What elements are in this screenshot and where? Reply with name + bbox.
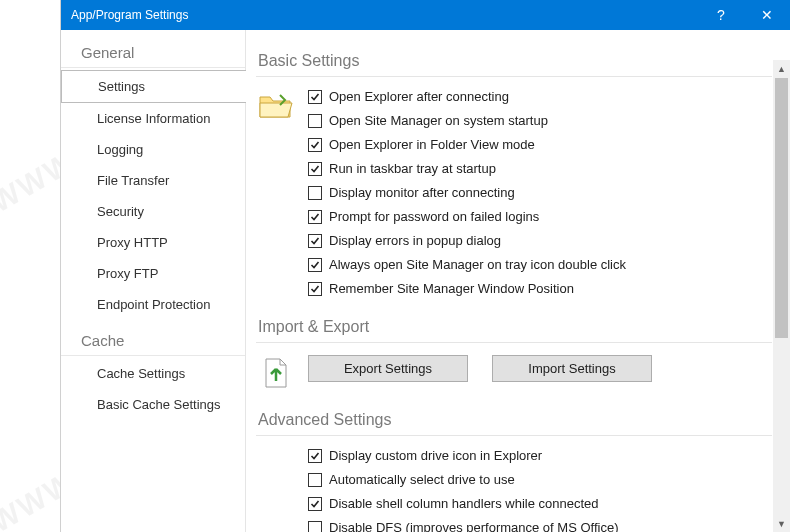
sidebar: General Settings License Information Log… bbox=[61, 30, 246, 532]
option-label: Always open Site Manager on tray icon do… bbox=[329, 257, 626, 272]
option-row: Prompt for password on failed logins bbox=[308, 209, 772, 224]
option-label: Open Explorer after connecting bbox=[329, 89, 509, 104]
option-label: Disable DFS (improves performance of MS … bbox=[329, 520, 618, 532]
content-area: General Settings License Information Log… bbox=[61, 30, 790, 532]
option-label: Remember Site Manager Window Position bbox=[329, 281, 574, 296]
option-label: Display monitor after connecting bbox=[329, 185, 515, 200]
scroll-thumb[interactable] bbox=[775, 78, 788, 338]
sidebar-item-settings[interactable]: Settings bbox=[61, 70, 246, 103]
checkbox[interactable] bbox=[308, 521, 322, 533]
checkbox[interactable] bbox=[308, 497, 322, 511]
sidebar-item-cache-settings[interactable]: Cache Settings bbox=[61, 358, 245, 389]
option-row: Disable DFS (improves performance of MS … bbox=[308, 520, 772, 532]
option-row: Open Explorer in Folder View mode bbox=[308, 137, 772, 152]
advanced-icon-spacer bbox=[256, 448, 296, 450]
option-row: Open Explorer after connecting bbox=[308, 89, 772, 104]
group-title-basic: Basic Settings bbox=[256, 48, 772, 77]
group-title-advanced: Advanced Settings bbox=[256, 407, 772, 436]
sidebar-item-basic-cache-settings[interactable]: Basic Cache Settings bbox=[61, 389, 245, 420]
main-panel: Basic Settings Open Explorer after conne… bbox=[246, 30, 790, 532]
checkbox[interactable] bbox=[308, 210, 322, 224]
option-label: Automatically select drive to use bbox=[329, 472, 515, 487]
vertical-scrollbar[interactable]: ▲ ▼ bbox=[773, 60, 790, 532]
checkbox[interactable] bbox=[308, 473, 322, 487]
option-label: Display errors in popup dialog bbox=[329, 233, 501, 248]
advanced-settings-body: Display custom drive icon in ExplorerAut… bbox=[256, 448, 772, 532]
document-arrow-icon bbox=[256, 355, 296, 389]
settings-window: App/Program Settings ? ✕ General Setting… bbox=[60, 0, 790, 532]
option-label: Display custom drive icon in Explorer bbox=[329, 448, 542, 463]
checkbox[interactable] bbox=[308, 162, 322, 176]
titlebar: App/Program Settings ? ✕ bbox=[61, 0, 790, 30]
import-settings-button[interactable]: Import Settings bbox=[492, 355, 652, 382]
window-title: App/Program Settings bbox=[71, 8, 698, 22]
option-row: Display custom drive icon in Explorer bbox=[308, 448, 772, 463]
option-row: Display errors in popup dialog bbox=[308, 233, 772, 248]
option-row: Automatically select drive to use bbox=[308, 472, 772, 487]
option-label: Prompt for password on failed logins bbox=[329, 209, 539, 224]
option-label: Open Explorer in Folder View mode bbox=[329, 137, 535, 152]
checkbox[interactable] bbox=[308, 90, 322, 104]
sidebar-item-file-transfer[interactable]: File Transfer bbox=[61, 165, 245, 196]
checkbox[interactable] bbox=[308, 138, 322, 152]
import-export-body: Export Settings Import Settings bbox=[256, 355, 772, 389]
option-row: Always open Site Manager on tray icon do… bbox=[308, 257, 772, 272]
sidebar-section-cache: Cache bbox=[61, 326, 245, 356]
folder-icon bbox=[256, 89, 296, 121]
checkbox[interactable] bbox=[308, 186, 322, 200]
checkbox[interactable] bbox=[308, 114, 322, 128]
scroll-down-arrow-icon[interactable]: ▼ bbox=[773, 515, 790, 532]
help-button[interactable]: ? bbox=[698, 0, 744, 30]
sidebar-item-proxy-ftp[interactable]: Proxy FTP bbox=[61, 258, 245, 289]
checkbox[interactable] bbox=[308, 282, 322, 296]
export-settings-button[interactable]: Export Settings bbox=[308, 355, 468, 382]
option-label: Open Site Manager on system startup bbox=[329, 113, 548, 128]
group-title-import-export: Import & Export bbox=[256, 314, 772, 343]
option-row: Remember Site Manager Window Position bbox=[308, 281, 772, 296]
option-label: Disable shell column handlers while conn… bbox=[329, 496, 599, 511]
sidebar-section-general: General bbox=[61, 38, 245, 68]
sidebar-item-endpoint-protection[interactable]: Endpoint Protection bbox=[61, 289, 245, 320]
option-row: Open Site Manager on system startup bbox=[308, 113, 772, 128]
checkbox[interactable] bbox=[308, 258, 322, 272]
option-row: Run in taskbar tray at startup bbox=[308, 161, 772, 176]
checkbox[interactable] bbox=[308, 449, 322, 463]
checkbox[interactable] bbox=[308, 234, 322, 248]
close-button[interactable]: ✕ bbox=[744, 0, 790, 30]
sidebar-item-proxy-http[interactable]: Proxy HTTP bbox=[61, 227, 245, 258]
option-row: Disable shell column handlers while conn… bbox=[308, 496, 772, 511]
sidebar-item-logging[interactable]: Logging bbox=[61, 134, 245, 165]
option-label: Run in taskbar tray at startup bbox=[329, 161, 496, 176]
sidebar-item-security[interactable]: Security bbox=[61, 196, 245, 227]
option-row: Display monitor after connecting bbox=[308, 185, 772, 200]
sidebar-item-license-information[interactable]: License Information bbox=[61, 103, 245, 134]
basic-settings-body: Open Explorer after connectingOpen Site … bbox=[256, 89, 772, 296]
scroll-up-arrow-icon[interactable]: ▲ bbox=[773, 60, 790, 77]
